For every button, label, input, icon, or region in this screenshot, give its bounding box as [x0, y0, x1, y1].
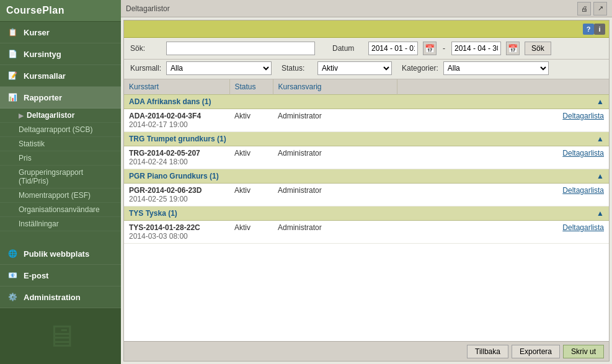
sidebar-item-kurser[interactable]: 📋 Kurser: [0, 22, 121, 43]
date-from-input[interactable]: [368, 42, 418, 55]
sidebar-label-kurser: Kurser: [24, 28, 50, 37]
export-icon[interactable]: ↗: [593, 2, 607, 16]
sub-item-momentrapport[interactable]: Momentrapport (ESF): [0, 189, 121, 203]
deltagarlista-link[interactable]: Deltagarlista: [562, 149, 604, 158]
cell-action: Deltagarlista: [397, 109, 609, 132]
sub-item-installningar[interactable]: Inställningar: [0, 217, 121, 231]
group-row[interactable]: PGR Piano Grundkurs (1) ▲: [124, 169, 609, 184]
group-chevron[interactable]: ▲: [397, 95, 609, 109]
group-row[interactable]: TRG Trumpet grundkurs (1) ▲: [124, 132, 609, 146]
sub-label-deltagarlistor: Deltagarlistor: [27, 111, 74, 120]
footer: Tillbaka Exportera Skriv ut: [124, 341, 609, 361]
group-row[interactable]: ADA Afrikansk dans (1) ▲: [124, 95, 609, 109]
cell-kursstart: ADA-2014-02-04-3F4 2014-02-17 19:00: [124, 109, 229, 132]
kursmall-label: Kursmall:: [130, 64, 161, 73]
group-name: PGR Piano Grundkurs (1): [124, 169, 397, 184]
admin-icon: ⚙️: [6, 291, 19, 303]
cell-kursstart: TYS-2014-01-28-22C 2014-03-03 08:00: [124, 221, 229, 244]
deltagarlista-link[interactable]: Deltagarlista: [562, 223, 604, 232]
sidebar-item-kursmallar[interactable]: 📝 Kursmallar: [0, 65, 121, 87]
kursmall-select[interactable]: Alla: [166, 61, 272, 75]
print-icon[interactable]: 🖨: [577, 2, 591, 16]
sub-label-pris: Pris: [19, 154, 32, 162]
group-name: TYS Tyska (1): [124, 206, 397, 221]
col-header-status[interactable]: Status: [229, 79, 273, 95]
cell-status: Aktiv: [229, 146, 273, 169]
group-name: ADA Afrikansk dans (1): [124, 95, 397, 109]
sidebar-label-epost: E-post: [24, 271, 48, 280]
group-chevron[interactable]: ▲: [397, 206, 609, 221]
cell-action: Deltagarlista: [397, 146, 609, 169]
status-select[interactable]: Aktiv Inaktiv Alla: [317, 61, 392, 75]
cell-status: Aktiv: [229, 184, 273, 206]
email-icon: 📧: [6, 269, 19, 282]
sub-item-pris[interactable]: Pris: [0, 151, 121, 166]
content-header: ? i: [124, 20, 609, 38]
search-input[interactable]: [166, 42, 315, 55]
tillbaka-button[interactable]: Tillbaka: [467, 345, 508, 358]
sub-item-deltagarrapport[interactable]: Deltagarrapport (SCB): [0, 123, 121, 137]
date-to-input[interactable]: [451, 42, 501, 55]
calendar-to-button[interactable]: 📅: [506, 42, 520, 55]
sub-item-grupperingsrapport[interactable]: Grupperingsrapport (Tid/Pris): [0, 166, 121, 189]
table-row: ADA-2014-02-04-3F4 2014-02-17 19:00 Akti…: [124, 109, 609, 132]
search-bar: Sök: Datum 📅 - 📅 Sök: [124, 38, 609, 60]
calendar-from-button[interactable]: 📅: [423, 42, 437, 55]
cell-ansvarig: Administrator: [273, 221, 397, 244]
group-chevron[interactable]: ▲: [397, 169, 609, 184]
exportera-button[interactable]: Exportera: [512, 345, 560, 358]
topbar: Deltagarlistor 🖨 ↗: [121, 0, 612, 17]
sidebar-item-rapporter[interactable]: 📊 Rapporter: [0, 87, 121, 109]
deltagarlista-link[interactable]: Deltagarlista: [562, 186, 604, 195]
sok-label: Sök:: [130, 44, 161, 53]
kursstart-header-label: Kursstart: [129, 82, 159, 91]
sidebar-label-kursmallar: Kursmallar: [24, 71, 66, 81]
sidebar-item-administration[interactable]: ⚙️ Administration: [0, 286, 121, 308]
group-row[interactable]: TYS Tyska (1) ▲: [124, 206, 609, 221]
courses-icon: 📋: [6, 26, 19, 38]
page-title: Deltagarlistor: [126, 4, 170, 13]
sub-item-deltagarlistor[interactable]: ▶ Deltagarlistor: [0, 109, 121, 123]
sub-item-organisationsanvandare[interactable]: Organisationsanvändare: [0, 203, 121, 217]
sub-label-momentrapport: Momentrapport (ESF): [19, 191, 91, 200]
skriv-ut-button[interactable]: Skriv ut: [563, 345, 604, 358]
certificate-icon: 📄: [6, 48, 19, 60]
sub-label-installningar: Inställningar: [19, 220, 59, 228]
col-header-kursstart[interactable]: Kursstart: [124, 79, 229, 95]
sidebar-label-rapporter: Rapporter: [24, 93, 62, 102]
kursansvarig-header-label: Kursansvarig: [278, 82, 322, 91]
cell-action: Deltagarlista: [397, 184, 609, 206]
cell-kursstart: TRG-2014-02-05-207 2014-02-24 18:00: [124, 146, 229, 169]
cell-status: Aktiv: [229, 109, 273, 132]
cell-kursstart: PGR-2014-02-06-23D 2014-02-25 19:00: [124, 184, 229, 206]
date-separator: -: [441, 44, 446, 53]
datum-label: Datum: [332, 44, 363, 53]
app-logo[interactable]: CoursePlan: [0, 0, 121, 22]
info-button[interactable]: i: [594, 24, 605, 35]
col-header-action: [397, 79, 609, 95]
sidebar-item-publik[interactable]: 🌐 Publik webbplats: [0, 243, 121, 265]
table-row: TYS-2014-01-28-22C 2014-03-03 08:00 Akti…: [124, 221, 609, 244]
data-table: Kursstart Status Kursansvarig ADA Afrika…: [124, 79, 609, 244]
search-button[interactable]: Sök: [525, 42, 551, 55]
help-button[interactable]: ?: [583, 24, 594, 35]
sidebar-item-kursintyg[interactable]: 📄 Kursintyg: [0, 43, 121, 65]
status-label: Status:: [282, 64, 313, 73]
app-name: CoursePlan: [6, 5, 64, 16]
sidebar: CoursePlan 📋 Kurser 📄 Kursintyg 📝 Kursma…: [0, 0, 121, 364]
sidebar-label-publik: Publik webbplats: [24, 249, 89, 259]
sidebar-decoration: 🖥: [0, 308, 121, 364]
sub-label-grupperingsrapport: Grupperingsrapport (Tid/Pris): [19, 168, 115, 185]
deltagarlista-link[interactable]: Deltagarlista: [562, 112, 604, 120]
table-row: PGR-2014-02-06-23D 2014-02-25 19:00 Akti…: [124, 184, 609, 206]
sidebar-label-administration: Administration: [24, 293, 81, 302]
status-header-label: Status: [235, 82, 256, 91]
sidebar-item-epost[interactable]: 📧 E-post: [0, 265, 121, 286]
group-chevron[interactable]: ▲: [397, 132, 609, 146]
cell-ansvarig: Administrator: [273, 184, 397, 206]
group-name: TRG Trumpet grundkurs (1): [124, 132, 397, 146]
kategorier-select[interactable]: Alla: [443, 61, 549, 75]
sub-item-statistik[interactable]: Statistik: [0, 137, 121, 151]
col-header-kursansvarig[interactable]: Kursansvarig: [273, 79, 397, 95]
content-area: ? i Sök: Datum 📅 - 📅 Sök Kursmall: Alla …: [123, 20, 610, 362]
